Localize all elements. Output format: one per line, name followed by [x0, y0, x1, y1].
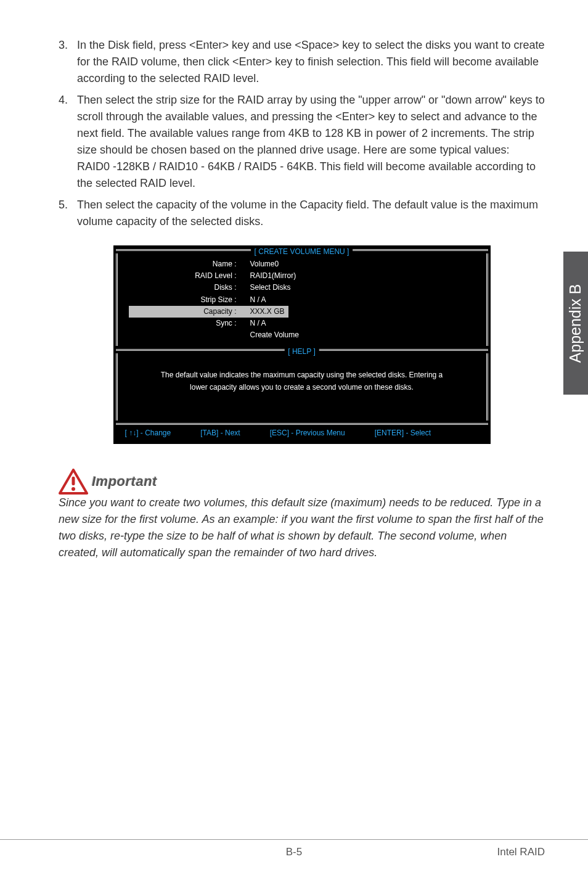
footer-section: Intel RAID	[497, 846, 545, 858]
bios-row-label: RAID Level :	[129, 270, 247, 282]
bios-row: Create Volume	[129, 329, 475, 341]
bios-row: Capacity :XXX.X GB	[129, 306, 475, 318]
list-text-4: Then select the strip size for the RAID …	[77, 92, 545, 192]
warning-icon	[59, 469, 88, 495]
list-number-5: 5.	[59, 197, 77, 230]
page-number: B-5	[286, 846, 302, 858]
list-number-4: 4.	[59, 92, 77, 192]
svg-point-2	[71, 487, 75, 491]
list-text-3: In the Disk field, press <Enter> key and…	[77, 37, 545, 87]
bios-row-label: Name :	[129, 258, 247, 270]
bios-row-label: Disks :	[129, 282, 247, 294]
bios-row-value: XXX.X GB	[247, 306, 288, 318]
key-hint-change: [ ↑↓] - Change	[125, 429, 171, 437]
side-tab-label: Appendix B	[567, 284, 585, 363]
important-text: Since you want to create two volumes, th…	[59, 495, 545, 561]
help-panel-title: [ HELP ]	[284, 347, 319, 356]
important-label: Important	[92, 474, 157, 490]
bios-row-value: Select Disks	[247, 282, 295, 294]
bios-row-value: RAID1(Mirror)	[247, 270, 300, 282]
bios-row-value: N / A	[247, 294, 270, 306]
bios-row-value: N / A	[247, 318, 270, 329]
bios-row-label: Capacity :	[129, 306, 247, 318]
bios-row: Name :Volume0	[129, 258, 475, 270]
key-hint-enter: [ENTER] - Select	[375, 429, 431, 437]
bios-footer-keys: [ ↑↓] - Change [TAB] - Next [ESC] - Prev…	[114, 425, 490, 443]
help-text: The default value indicates the maximum …	[129, 358, 475, 415]
list-text-5: Then select the capacity of the volume i…	[77, 197, 545, 230]
bios-row: RAID Level :RAID1(Mirror)	[129, 270, 475, 282]
bios-row-value: Volume0	[247, 258, 283, 270]
bios-row: Sync :N / A	[129, 318, 475, 329]
bios-row-label: Strip Size :	[129, 294, 247, 306]
bios-row: Strip Size :N / A	[129, 294, 475, 306]
create-volume-menu-title: [ CREATE VOLUME MENU ]	[251, 247, 353, 256]
key-hint-tab: [TAB] - Next	[200, 429, 240, 437]
key-hint-esc: [ESC] - Previous Menu	[270, 429, 345, 437]
page-footer: B-5 Intel RAID	[0, 839, 588, 858]
bios-screenshot: [ CREATE VOLUME MENU ] Name :Volume0RAID…	[113, 245, 491, 444]
list-number-3: 3.	[59, 37, 77, 87]
bios-row-label: Sync :	[129, 318, 247, 329]
side-tab-appendix: Appendix B	[563, 252, 588, 395]
bios-row: Disks :Select Disks	[129, 282, 475, 294]
svg-rect-1	[72, 477, 75, 485]
bios-row-value: Create Volume	[247, 329, 303, 341]
